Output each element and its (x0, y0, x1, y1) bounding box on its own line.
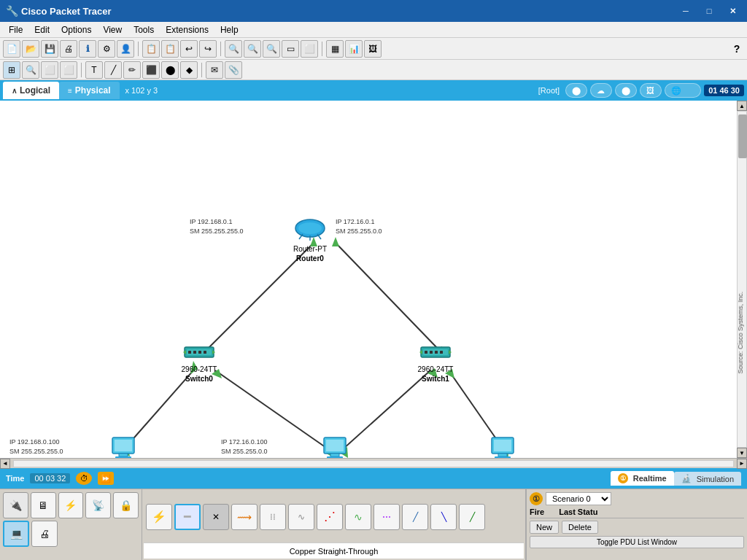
scroll-right-btn[interactable]: ► (737, 459, 747, 469)
switch0-node[interactable]: 2960-24TT Switch0 (181, 341, 217, 384)
fit-screen-btn[interactable]: ▭ (282, 40, 299, 58)
bottom-scrollbar[interactable]: ◄ ► (0, 458, 747, 468)
pdu-btn[interactable]: 📊 (345, 40, 363, 58)
conn-cluster-btn[interactable]: ╱ (402, 504, 428, 530)
tab-logical[interactable]: ∧ Logical (3, 82, 59, 99)
nav-btn-3[interactable]: ⬤ (615, 83, 637, 98)
menu-help[interactable]: Help (214, 23, 244, 36)
conn-usb-btn[interactable]: ╲ (430, 504, 457, 530)
cat-router-btn[interactable]: 🔌 (3, 492, 28, 518)
menu-file[interactable]: File (3, 23, 28, 36)
menu-view[interactable]: View (97, 23, 128, 36)
text-btn[interactable]: T (85, 61, 103, 79)
mail-btn[interactable]: ✉ (206, 61, 223, 79)
attach-btn[interactable]: 📎 (225, 61, 242, 79)
open-btn[interactable]: 📂 (22, 40, 39, 58)
paste-btn[interactable]: 📋 (161, 40, 179, 58)
tri-btn[interactable]: ◆ (180, 61, 198, 79)
simulation-tab[interactable]: 🔬 Simulation (674, 472, 741, 486)
conn-fiber-btn[interactable]: ⋯ (374, 504, 400, 530)
cat-security-btn[interactable]: 🔒 (113, 492, 139, 518)
new-btn[interactable]: 📄 (3, 40, 20, 58)
pencil-btn[interactable]: ✏ (123, 61, 141, 79)
zoom-out-btn[interactable]: 🔍 (244, 40, 261, 58)
nav-btn-1[interactable]: ⬤ (565, 83, 587, 98)
palette-right: ① Scenario 0 Fire Last Statu New Delete … (525, 489, 747, 560)
switch1-node[interactable]: 2960-24TT Switch1 (417, 341, 454, 384)
realtime-clock-btn[interactable]: ⏱ (76, 472, 92, 485)
conn-octave-btn[interactable]: ╱ (459, 504, 485, 530)
line-btn[interactable]: ╱ (104, 61, 122, 79)
cat-server-btn[interactable]: 🖨 (31, 521, 58, 547)
canvas-area[interactable]: Router-PT Router0 IP 192.168.0.1 SM 255.… (0, 101, 737, 458)
conn-crossover-btn[interactable]: ✕ (203, 504, 229, 530)
scenario-buttons: New Delete (530, 521, 744, 534)
conn-serial-dte-btn[interactable]: ∿ (288, 504, 314, 530)
sep1 (138, 42, 139, 56)
svg-rect-33 (425, 351, 427, 354)
palette-btn[interactable]: ▦ (326, 40, 344, 58)
cat-switch-btn[interactable]: 🖥 (31, 492, 56, 518)
maximize-button[interactable]: □ (700, 4, 718, 18)
pc1-node[interactable]: PC-PT PC1 IP 172.16.0.100 SM 255.255.0.0… (320, 436, 350, 458)
realtime-tab[interactable]: ① Realtime (611, 471, 674, 486)
redo-btn[interactable]: ↪ (199, 40, 217, 58)
fullscreen-btn[interactable]: ⬜ (301, 40, 318, 58)
scroll-left-btn[interactable]: ◄ (0, 459, 10, 469)
scroll-down-btn[interactable]: ▼ (737, 448, 747, 458)
svg-rect-45 (330, 454, 339, 456)
toggle-pdu-btn[interactable]: Toggle PDU List Window (530, 536, 744, 548)
conn-coaxial-btn[interactable]: ∿ (345, 504, 371, 530)
nav-btn-2[interactable]: ☁ (590, 83, 612, 98)
scrollbar-right[interactable]: ▲ ▼ (737, 101, 747, 458)
zoom-reset-btn[interactable]: 🔍 (263, 40, 280, 58)
cat-pc-btn[interactable]: 💻 (3, 521, 29, 547)
device-palette: 🔌 🖥 ⚡ 📡 🔒 💻 🖨 ⚡ ━ ✕ ⟿ (0, 489, 747, 560)
fill-btn[interactable]: ⬛ (142, 61, 160, 79)
scroll-track-vertical[interactable] (737, 111, 747, 448)
cat-hub-btn[interactable]: ⚡ (58, 492, 84, 518)
draw-rect-btn[interactable]: ⬜ (41, 61, 58, 79)
conn-phone-btn[interactable]: ⋰ (317, 504, 343, 530)
help-button[interactable]: ? (729, 40, 744, 58)
svg-rect-49 (498, 454, 507, 456)
nav-btn-4[interactable]: 🖼 (640, 83, 662, 98)
conn-rollover-btn[interactable]: ⟿ (231, 504, 258, 530)
copy-btn[interactable]: 📋 (142, 40, 160, 58)
fast-forward-btn[interactable]: ⏩ (98, 472, 114, 485)
user-btn[interactable]: 👤 (117, 40, 134, 58)
config-btn[interactable]: ⚙ (98, 40, 115, 58)
menu-tools[interactable]: Tools (128, 23, 160, 36)
conn-straight-btn[interactable]: ━ (174, 504, 201, 530)
menu-extensions[interactable]: Extensions (160, 23, 214, 36)
select-btn[interactable]: ⊞ (3, 61, 20, 79)
zoom-in-btn[interactable]: 🔍 (225, 40, 242, 58)
print-btn[interactable]: 🖨 (60, 40, 77, 58)
cat-wireless-btn[interactable]: 📡 (85, 492, 111, 518)
tab-physical[interactable]: ≡ Physical (59, 82, 120, 99)
pc2-node[interactable]: PC-PT PC2 (487, 436, 518, 458)
draw-ellipse-btn[interactable]: ⬜ (60, 61, 77, 79)
scroll-up-btn[interactable]: ▲ (737, 101, 747, 111)
menu-options[interactable]: Options (55, 23, 97, 36)
conn-lightning-btn[interactable]: ⚡ (146, 504, 172, 530)
nav-btn-5[interactable]: 🌐 (665, 83, 701, 98)
new-scenario-btn[interactable]: New (530, 521, 559, 534)
magnify-btn[interactable]: 🔍 (22, 61, 39, 79)
save-btn[interactable]: 💾 (41, 40, 58, 58)
app-title: Cisco Packet Tracer (21, 6, 112, 17)
delete-scenario-btn[interactable]: Delete (562, 521, 598, 534)
minimize-button[interactable]: ─ (677, 4, 694, 18)
conn-serial-dce-btn[interactable]: ⁞⁞ (260, 504, 286, 530)
close-button[interactable]: ✕ (724, 4, 741, 18)
image-btn[interactable]: 🖼 (364, 40, 382, 58)
pc0-node[interactable]: PC-PT PC0 IP 192.168.0.100 SM 255.255.25… (108, 436, 139, 458)
info-btn[interactable]: ℹ (79, 40, 96, 58)
undo-btn[interactable]: ↩ (180, 40, 198, 58)
router-node[interactable]: Router-PT Router0 IP 192.168.0.1 SM 255.… (292, 214, 328, 263)
oval-btn[interactable]: ⬤ (161, 61, 179, 79)
scenario-select[interactable]: Scenario 0 (546, 492, 611, 505)
menu-edit[interactable]: Edit (28, 23, 55, 36)
scroll-track-horizontal[interactable] (13, 460, 734, 467)
scroll-thumb-vertical[interactable] (738, 114, 747, 158)
